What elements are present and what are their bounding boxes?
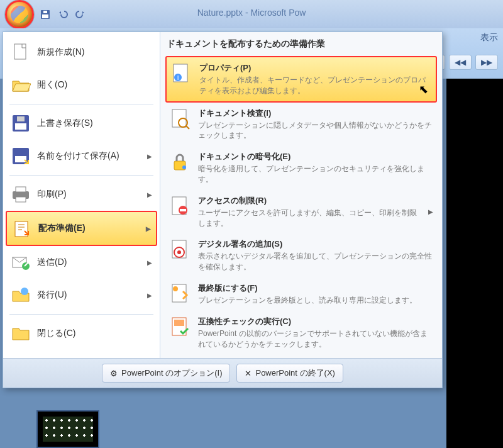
menu-publish[interactable]: 発行(U) ▶ [6, 279, 157, 311]
sub-properties-title: プロパティ(P) [199, 62, 432, 74]
svg-rect-5 [15, 123, 26, 130]
svg-rect-6 [17, 116, 25, 121]
sub-compat-desc: PowerPoint の以前のバージョンでサポートされていない機能が含まれている… [198, 328, 433, 350]
chevron-right-icon: ▶ [147, 292, 152, 299]
sub-properties-desc: タイトル、作成者、キーワードなど、プレゼンテーションのプロパティを表示および編集… [199, 75, 432, 96]
printer-icon [11, 184, 31, 204]
save-icon[interactable] [40, 9, 50, 20]
menu-new[interactable]: 新規作成(N) [6, 36, 157, 69]
sub-compat-title: 互換性チェックの実行(C) [198, 316, 433, 327]
sub-restrict[interactable]: アクセスの制限(R) ユーザーにアクセスを許可しますが、編集、コピー、印刷を制限… [165, 190, 437, 234]
inspect-icon [169, 108, 192, 130]
svg-rect-25 [180, 209, 186, 211]
exit-button[interactable]: ✕ PowerPoint の終了(X) [236, 364, 343, 383]
close-folder-icon [11, 323, 31, 344]
sub-compat[interactable]: 互換性チェックの実行(C) PowerPoint の以前のバージョンでサポートさ… [165, 311, 437, 355]
separator [9, 104, 153, 104]
save-icon [11, 113, 31, 133]
prepare-icon [12, 218, 32, 238]
exit-label: PowerPoint の終了(X) [255, 367, 334, 379]
svg-point-30 [173, 286, 178, 291]
menu-open[interactable]: 開く(O) [6, 69, 157, 101]
ribbon-tabs: 表示 [480, 32, 498, 43]
menu-close-label: 閉じる(C) [37, 328, 152, 339]
sub-signature-title: デジタル署名の追加(S) [198, 238, 433, 250]
sub-inspect-title: ドキュメント検査(I) [198, 108, 433, 119]
menu-send-label: 送信(D) [37, 257, 141, 268]
save-as-icon [11, 146, 31, 166]
menu-new-label: 新規作成(N) [37, 47, 152, 58]
sub-final-desc: プレゼンテーションを最終版とし、読み取り専用に設定します。 [198, 295, 433, 306]
restrict-icon [169, 195, 192, 218]
svg-point-15 [21, 288, 28, 295]
chevron-right-icon: ▶ [147, 259, 152, 266]
menu-print[interactable]: 印刷(P) ▶ [6, 178, 157, 211]
app-name-label: Microsoft Pow [250, 8, 306, 18]
office-menu-footer: ⚙ PowerPoint のオプション(I) ✕ PowerPoint の終了(… [3, 358, 442, 388]
indent-increase-button[interactable]: ▶▶ [475, 55, 498, 70]
menu-print-label: 印刷(P) [37, 189, 141, 200]
menu-close[interactable]: 閉じる(C) [6, 317, 157, 350]
sub-encrypt-title: ドキュメントの暗号化(E) [198, 151, 433, 162]
menu-send[interactable]: 送信(D) ▶ [6, 246, 157, 279]
sub-restrict-desc: ユーザーにアクセスを許可しますが、編集、コピー、印刷を制限します。 [198, 208, 422, 229]
sub-restrict-title: アクセスの制限(R) [198, 195, 422, 206]
menu-save[interactable]: 上書き保存(S) [6, 107, 157, 140]
undo-icon[interactable] [58, 9, 68, 20]
new-document-icon [11, 42, 31, 62]
sub-signature-desc: 表示されないデジタル署名を追加して、プレゼンテーションの完全性を確保します。 [198, 251, 433, 272]
close-icon: ✕ [245, 369, 252, 378]
filename-label: Nature.pptx [197, 8, 243, 18]
sub-final-title: 最終版にする(F) [198, 283, 433, 294]
sub-signature[interactable]: デジタル署名の追加(S) 表示されないデジタル署名を追加して、プレゼンテーション… [165, 233, 437, 277]
svg-point-14 [22, 262, 30, 270]
lock-icon [169, 151, 192, 174]
slide-thumbnail[interactable] [36, 410, 99, 448]
menu-save-label: 上書き保存(S) [37, 118, 152, 129]
sub-properties[interactable]: i プロパティ(P) タイトル、作成者、キーワードなど、プレゼンテーションのプロ… [165, 56, 437, 103]
svg-point-22 [182, 165, 186, 169]
prepare-header: ドキュメントを配布するための準備作業 [165, 36, 437, 56]
svg-text:i: i [177, 74, 179, 81]
separator [9, 175, 153, 176]
send-icon [11, 252, 31, 272]
mouse-cursor-icon: ⬉ [419, 82, 428, 96]
indent-decrease-button[interactable]: ◀◀ [449, 55, 472, 70]
svg-rect-10 [16, 187, 26, 192]
separator [9, 314, 153, 315]
svg-rect-11 [16, 197, 26, 202]
menu-open-label: 開く(O) [37, 79, 152, 91]
chevron-right-icon: ▶ [428, 208, 433, 215]
svg-rect-32 [174, 320, 184, 326]
office-menu-right: ドキュメントを配布するための準備作業 i プロパティ(P) タイトル、作成者、キ… [160, 32, 442, 358]
title-bar: Nature.pptx - Microsoft Pow [0, 0, 503, 28]
menu-publish-label: 発行(U) [37, 289, 141, 301]
window-title: Nature.pptx - Microsoft Pow [197, 8, 306, 18]
options-button[interactable]: ⚙ PowerPoint のオプション(I) [102, 364, 230, 383]
sub-inspect[interactable]: ドキュメント検査(I) プレゼンテーションに隠しメタデータや個人情報がないかどう… [165, 103, 437, 147]
svg-rect-2 [43, 11, 47, 13]
tab-view[interactable]: 表示 [480, 32, 498, 43]
chevron-right-icon: ▶ [147, 153, 152, 160]
office-menu: 新規作成(N) 開く(O) 上書き保存(S) 名前を付けて保存(A) [3, 31, 443, 388]
svg-rect-26 [172, 240, 186, 258]
redo-icon[interactable] [75, 9, 86, 20]
quick-access-toolbar [40, 9, 86, 20]
menu-prepare-label: 配布準備(E) [38, 223, 140, 234]
slide-area [446, 79, 503, 448]
office-button[interactable] [5, 0, 34, 29]
sub-encrypt-desc: 暗号化を適用して、プレゼンテーションのセキュリティを強化します。 [198, 164, 433, 185]
menu-prepare[interactable]: 配布準備(E) ▶ [6, 211, 157, 246]
final-icon [169, 283, 192, 305]
chevron-right-icon: ▶ [147, 191, 152, 198]
svg-rect-3 [14, 44, 26, 59]
sub-encrypt[interactable]: ドキュメントの暗号化(E) 暗号化を適用して、プレゼンテーションのセキュリティを… [165, 146, 437, 190]
menu-saveas[interactable]: 名前を付けて保存(A) ▶ [6, 140, 157, 172]
publish-icon [11, 285, 31, 305]
signature-icon [169, 238, 192, 261]
sub-final[interactable]: 最終版にする(F) プレゼンテーションを最終版とし、読み取り専用に設定します。 [165, 277, 437, 311]
options-icon: ⚙ [110, 369, 118, 378]
options-label: PowerPoint のオプション(I) [121, 367, 222, 379]
svg-rect-8 [15, 156, 26, 162]
properties-icon: i [170, 62, 193, 85]
